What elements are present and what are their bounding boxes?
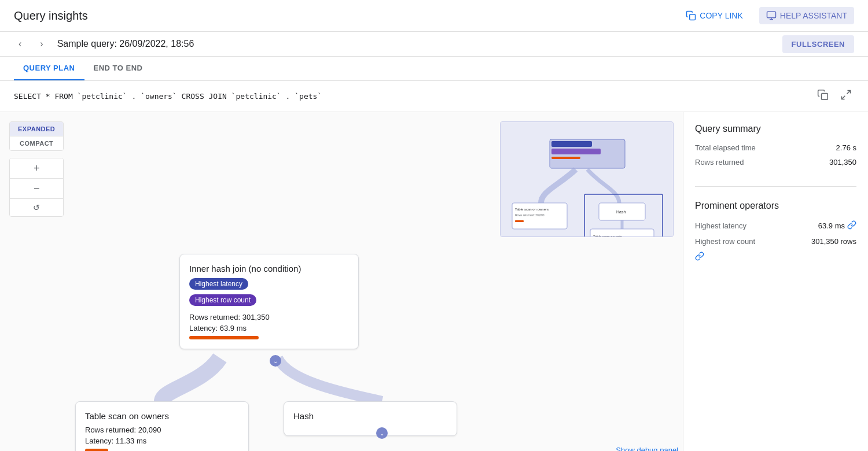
main-content: EXPANDED COMPACT + − ↺ Inner hash join (… [0, 112, 868, 451]
tab-end-to-end[interactable]: END TO END [84, 57, 152, 80]
highest-rowcount-row: Highest row count 301,350 rows [695, 237, 856, 246]
zoom-controls: + − ↺ [9, 158, 64, 217]
minimap-svg: Table scan on owners Rows returned: 20,0… [501, 122, 674, 237]
node-left-rows: Rows returned: 20,090 [85, 426, 239, 434]
highest-latency-label: Highest latency [695, 221, 746, 230]
svg-text:Table scan on pets: Table scan on pets [593, 235, 622, 237]
node-inner-hash-join[interactable]: Inner hash join (no condition) Highest l… [179, 254, 359, 349]
compact-view-button[interactable]: COMPACT [10, 136, 63, 150]
node-main-latency: Latency: 63.9 ms [189, 324, 349, 332]
latency-link-icon[interactable] [847, 220, 856, 231]
sql-actions [815, 87, 854, 106]
right-panel: Query summary Total elapsed time 2.76 s … [683, 112, 868, 451]
rows-value: 301,350 [829, 158, 856, 167]
connector-hash-bottom: ⌄ [376, 427, 388, 439]
node-main-rows: Rows returned: 301,350 [189, 313, 349, 321]
rows-label: Rows returned [695, 158, 744, 167]
latency-value: 63.9 ms [818, 221, 845, 230]
rowcount-value: 301,350 rows [811, 237, 856, 246]
node-hash-title: Hash [293, 411, 447, 421]
zoom-out-button[interactable]: − [10, 179, 63, 199]
prominent-operators-title: Prominent operators [695, 201, 856, 211]
view-mode-group: EXPANDED COMPACT [9, 121, 64, 151]
svg-rect-1 [767, 12, 775, 18]
node-table-scan-owners[interactable]: Table scan on owners Rows returned: 20,0… [75, 401, 249, 451]
canvas-area: EXPANDED COMPACT + − ↺ Inner hash join (… [0, 112, 683, 451]
svg-text:Hash: Hash [616, 210, 626, 214]
svg-rect-2 [822, 94, 828, 100]
tabs-bar: QUERY PLAN END TO END [0, 57, 868, 81]
node-left-title: Table scan on owners [85, 411, 239, 421]
badge-highest-rowcount: Highest row count [189, 294, 256, 306]
zoom-in-button[interactable]: + [10, 158, 63, 179]
nav-back-button[interactable]: ‹ [14, 34, 26, 54]
copy-sql-button[interactable] [815, 87, 831, 106]
copy-link-button[interactable]: COPY LINK [679, 7, 749, 24]
query-title: Sample query: 26/09/2022, 18:56 [57, 32, 773, 56]
query-summary-title: Query summary [695, 124, 856, 134]
header: Query insights COPY LINK HELP ASSISTANT [0, 0, 868, 32]
latency-link: 63.9 ms [818, 220, 856, 231]
badge-highest-latency: Highest latency [189, 278, 248, 290]
zoom-reset-button[interactable]: ↺ [10, 199, 63, 216]
node-left-latency: Latency: 11.33 ms [85, 437, 239, 445]
svg-rect-13 [515, 220, 524, 222]
elapsed-value: 2.76 s [836, 143, 856, 152]
fullscreen-button[interactable]: FULLSCREEN [782, 35, 854, 53]
rowcount-link-icon[interactable] [695, 253, 704, 263]
svg-text:Rows returned: 20,090: Rows returned: 20,090 [515, 213, 545, 217]
debug-panel-link[interactable]: Show debug panel [616, 446, 678, 451]
svg-rect-0 [690, 14, 696, 20]
node-main-title: Inner hash join (no condition) [189, 264, 349, 273]
nav-bar: ‹ › Sample query: 26/09/2022, 18:56 FULL… [0, 32, 868, 57]
svg-rect-7 [551, 141, 592, 147]
connector-main-bottom: ⌄ [270, 355, 281, 367]
node-main-bar [189, 336, 259, 339]
minimap: Table scan on owners Rows returned: 20,0… [500, 121, 674, 237]
elapsed-label: Total elapsed time [695, 143, 756, 152]
copy-icon [686, 10, 696, 21]
svg-text:Table scan on owners: Table scan on owners [515, 208, 549, 211]
query-summary-section: Query summary Total elapsed time 2.76 s … [695, 124, 856, 187]
page-title: Query insights [14, 9, 88, 23]
rowcount-link: 301,350 rows [811, 237, 856, 246]
node-left-bar [85, 449, 108, 451]
svg-line-4 [842, 96, 845, 99]
tab-query-plan[interactable]: QUERY PLAN [14, 57, 84, 80]
expand-icon [840, 89, 852, 101]
view-controls: EXPANDED COMPACT + − ↺ [9, 121, 64, 217]
highest-rowcount-label: Highest row count [695, 237, 755, 246]
expanded-view-button[interactable]: EXPANDED [10, 122, 63, 136]
expand-sql-button[interactable] [838, 87, 854, 106]
svg-line-3 [847, 91, 851, 94]
highest-latency-row: Highest latency 63.9 ms [695, 220, 856, 231]
header-actions: COPY LINK HELP ASSISTANT [679, 7, 854, 24]
sql-bar: SELECT * FROM `petclinic` . `owners` CRO… [0, 81, 868, 112]
svg-rect-9 [551, 157, 580, 159]
svg-rect-8 [551, 149, 601, 154]
nav-forward-button[interactable]: › [35, 34, 47, 54]
help-assistant-button[interactable]: HELP ASSISTANT [759, 7, 854, 24]
sql-query: SELECT * FROM `petclinic` . `owners` CRO… [14, 92, 322, 101]
copy-sql-icon [817, 89, 829, 101]
help-icon [766, 10, 777, 21]
node-hash[interactable]: Hash [284, 401, 457, 436]
prominent-operators-section: Prominent operators Highest latency 63.9… [695, 201, 856, 276]
rows-returned-row: Rows returned 301,350 [695, 158, 856, 167]
elapsed-row: Total elapsed time 2.76 s [695, 143, 856, 152]
